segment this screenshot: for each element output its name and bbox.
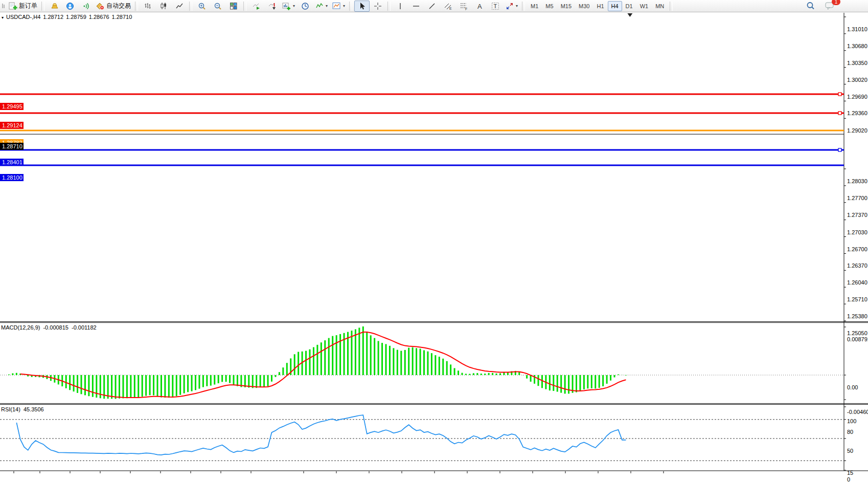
- autotrading-label: 自动交易: [106, 2, 131, 10]
- macd-signal-value: -0.001182: [72, 324, 97, 331]
- price-tick-label: 1.30350: [847, 59, 867, 67]
- new-order-button[interactable]: 新订单: [7, 1, 39, 12]
- bar-chart-button[interactable]: [140, 1, 155, 12]
- cursor-tool-button[interactable]: [354, 1, 370, 12]
- macd-axis-label: 0.00: [847, 384, 858, 391]
- price-tick-label: 1.26700: [847, 246, 867, 253]
- toolbar-separator: [349, 2, 352, 11]
- rsi-line: [16, 415, 626, 455]
- crosshair-tool-button[interactable]: [370, 1, 385, 12]
- text-label-icon: T: [491, 2, 499, 10]
- period-clock-button[interactable]: [298, 1, 313, 12]
- chart-area[interactable]: ▾USDCAD-,H41.287121.287591.286761.28710 …: [0, 12, 868, 482]
- zoom-out-button[interactable]: [210, 1, 225, 12]
- chart-canvas[interactable]: [0, 12, 868, 482]
- notification-badge: 1: [832, 0, 840, 5]
- toolbar-separator: [135, 2, 138, 11]
- price-tick-label: 1.27030: [847, 229, 867, 236]
- candlestick-chart-button[interactable]: [156, 1, 171, 12]
- price-tick-label: 1.29360: [847, 109, 867, 117]
- rsi-label: RSI(14)45.3506: [1, 406, 47, 412]
- macd-main-value: -0.000815: [43, 324, 68, 331]
- clipped-toolbar-button[interactable]: [1, 1, 6, 12]
- line-handle-marker[interactable]: [838, 148, 841, 151]
- timeframe-w1[interactable]: W1: [636, 1, 652, 11]
- current-price-badge: 1.28710: [0, 143, 24, 150]
- new-order-icon: [9, 2, 17, 10]
- arrow-objects-button[interactable]: ▾: [504, 1, 520, 12]
- chart-shift-marker[interactable]: [627, 13, 632, 17]
- text-label-tool-button[interactable]: T: [488, 1, 503, 12]
- community-button[interactable]: [62, 1, 78, 12]
- autotrading-button[interactable]: 自动交易: [94, 1, 133, 12]
- deposit-button[interactable]: [47, 1, 62, 12]
- macd-axis-label: -0.004601: [847, 408, 868, 415]
- timeframe-m15[interactable]: M15: [557, 1, 575, 11]
- price-tick-label: 1.30680: [847, 42, 867, 50]
- deposit-gold-icon: [50, 2, 59, 10]
- one-click-trading-arrow-icon[interactable]: ▾: [2, 15, 4, 20]
- timeframe-h1[interactable]: H1: [593, 1, 607, 11]
- price-tick-label: 1.29690: [847, 93, 867, 100]
- candlestick-chart-icon: [159, 2, 168, 10]
- timeframe-m5[interactable]: M5: [542, 1, 557, 11]
- fibonacci-tool-button[interactable]: F: [456, 1, 471, 12]
- timeframe-toolbar: M1M5M15M30H1H4D1W1MN: [527, 1, 668, 11]
- indicator-list-button[interactable]: ▾: [313, 1, 330, 12]
- crosshair-icon: [374, 2, 382, 10]
- timeframe-m30[interactable]: M30: [575, 1, 593, 11]
- clipped-icon: [2, 2, 6, 10]
- indicator-list-icon: [315, 2, 324, 10]
- vertical-line-tool-button[interactable]: [393, 1, 408, 12]
- price-level-badge: 1.28100: [0, 174, 24, 181]
- toolbar-separator: [670, 2, 673, 11]
- line-handle-marker[interactable]: [838, 112, 841, 115]
- symbol-period: USDCAD-,H4: [6, 14, 40, 20]
- search-button[interactable]: [803, 1, 818, 12]
- auto-scroll-button[interactable]: [248, 1, 264, 12]
- vertical-line-icon: [397, 2, 404, 10]
- cursor-icon: [358, 2, 366, 10]
- toolbar-separator: [189, 2, 192, 11]
- svg-text:T: T: [494, 3, 497, 9]
- bar-chart-icon: [144, 2, 152, 10]
- macd-label: MACD(12,26,9)-0.000815-0.001182: [1, 324, 100, 331]
- price-tick-label: 1.31010: [847, 26, 867, 33]
- horizontal-line-tool-button[interactable]: [408, 1, 424, 12]
- line-chart-button[interactable]: [172, 1, 187, 12]
- toolbar-separator: [41, 2, 44, 11]
- ohlc-title: ▾USDCAD-,H41.287121.287591.286761.28710: [2, 14, 134, 20]
- chat-button[interactable]: 1: [822, 1, 837, 12]
- equidistant-channel-icon: E: [444, 2, 452, 10]
- timeframe-h4[interactable]: H4: [608, 1, 622, 11]
- zoom-in-icon: [198, 2, 206, 10]
- line-handle-marker[interactable]: [838, 93, 841, 96]
- line-chart-icon: [175, 2, 184, 10]
- timeframe-mn[interactable]: MN: [652, 1, 668, 11]
- price-level-badge: 1.29124: [0, 122, 24, 129]
- chart-template-button[interactable]: ▾: [330, 1, 347, 12]
- new-chart-button[interactable]: ▾: [280, 1, 297, 12]
- chart-shift-button[interactable]: [264, 1, 280, 12]
- toolbar-right: 1: [803, 1, 837, 12]
- svg-text:A: A: [477, 3, 482, 10]
- price-tick-label: 1.26040: [847, 279, 867, 286]
- equidistant-channel-tool-button[interactable]: E: [440, 1, 455, 12]
- timeframe-m1[interactable]: M1: [527, 1, 542, 11]
- tile-windows-button[interactable]: [226, 1, 241, 12]
- autotrading-icon: [96, 2, 105, 10]
- price-tick-label: 1.25380: [847, 313, 867, 320]
- text-tool-button[interactable]: A: [472, 1, 487, 12]
- signals-button[interactable]: [78, 1, 94, 12]
- price-tick-label: 1.30020: [847, 76, 867, 83]
- horizontal-line-icon: [412, 2, 420, 10]
- svg-text:F: F: [465, 7, 467, 10]
- rsi-name: RSI(14): [1, 406, 20, 412]
- zoom-in-button[interactable]: [194, 1, 210, 12]
- timeframe-d1[interactable]: D1: [622, 1, 636, 11]
- auto-scroll-icon: [252, 2, 260, 10]
- trendline-tool-button[interactable]: [424, 1, 440, 12]
- search-icon: [806, 2, 815, 10]
- rsi-value: 45.3506: [24, 406, 44, 412]
- toolbar-separator: [243, 2, 246, 11]
